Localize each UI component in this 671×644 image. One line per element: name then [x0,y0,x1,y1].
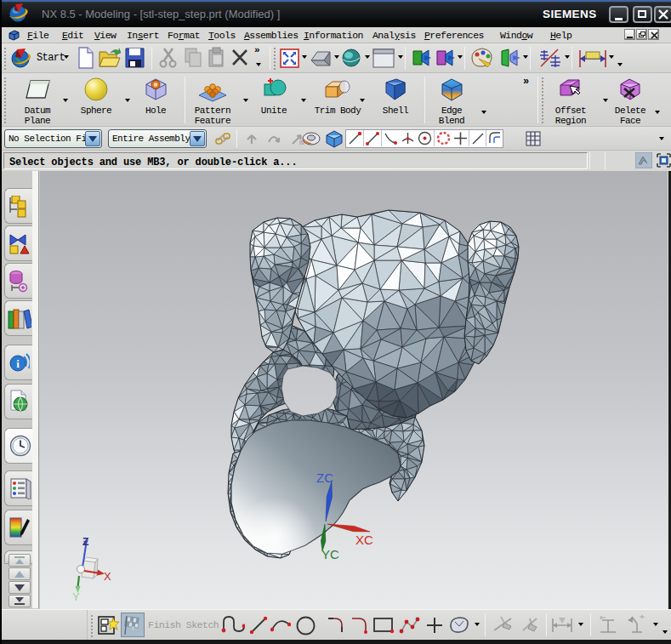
svg-text:Y: Y [72,590,80,603]
svg-text:i: i [16,357,20,370]
svg-text:ZC: ZC [316,470,333,485]
svg-text:Z: Z [82,536,88,548]
svg-text:XC: XC [355,533,373,547]
svg-text:YC: YC [321,547,339,561]
svg-text:X: X [104,570,111,583]
